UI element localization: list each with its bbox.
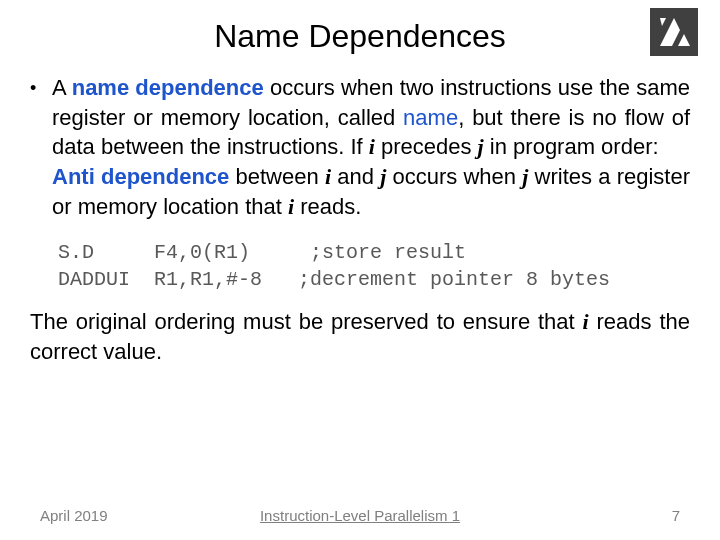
slide-footer: April 2019 Instruction-Level Parallelism… [0, 507, 720, 524]
code-example: S.D F4,0(R1) ;store result DADDUI R1,R1,… [58, 239, 690, 293]
slide: Name Dependences • A name dependence occ… [0, 0, 720, 540]
footer-date: April 2019 [40, 507, 108, 524]
p1-d: in program order: [484, 134, 659, 159]
p2-a: between [229, 164, 325, 189]
footer-page-number: 7 [672, 507, 680, 524]
footer-title: Instruction-Level Parallelism 1 [260, 507, 460, 524]
keyword-name: name [403, 105, 458, 130]
slide-title: Name Dependences [30, 18, 690, 55]
bullet-text: A name dependence occurs when two instru… [52, 73, 690, 221]
p2-b: and [331, 164, 380, 189]
p2-c: occurs when [386, 164, 522, 189]
keyword-name-dependence: name dependence [72, 75, 264, 100]
institution-logo [650, 8, 698, 56]
bullet-marker: • [30, 73, 52, 221]
bullet-1: • A name dependence occurs when two inst… [30, 73, 690, 221]
p3-lead: The original ordering must be preserved … [30, 309, 583, 334]
keyword-anti-dependence: Anti dependence [52, 164, 229, 189]
slide-body: • A name dependence occurs when two inst… [30, 73, 690, 367]
p2-e: reads. [294, 194, 361, 219]
paragraph-3: The original ordering must be preserved … [30, 307, 690, 366]
p1-lead: A [52, 75, 72, 100]
p1-c: precedes [375, 134, 478, 159]
